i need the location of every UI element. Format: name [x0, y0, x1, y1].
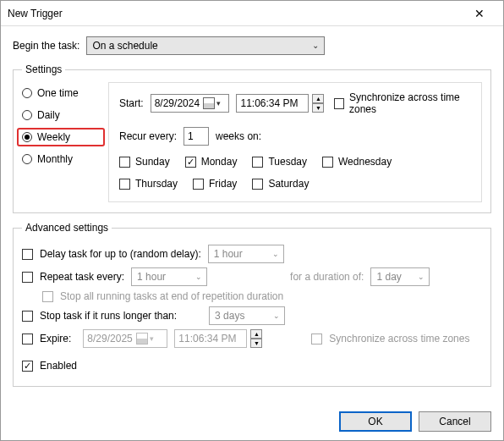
- advanced-legend: Advanced settings: [22, 222, 112, 234]
- ok-button[interactable]: OK: [339, 411, 412, 432]
- start-date-value: 8/29/2024: [155, 97, 200, 109]
- sync-timezones-checkbox[interactable]: [334, 98, 344, 109]
- expire-date-picker: 8/29/2025 ▾: [83, 329, 167, 348]
- expire-time-picker: 11:06:34 PM ▲ ▼: [174, 329, 262, 348]
- ok-label: OK: [368, 416, 382, 427]
- radio-label: Monthly: [37, 153, 73, 165]
- delay-combo[interactable]: 1 hour ⌄: [208, 245, 284, 263]
- repeat-checkbox[interactable]: [22, 272, 33, 283]
- stop-if-label: Stop task if it runs longer than:: [40, 310, 177, 322]
- stop-if-combo[interactable]: 3 days ⌄: [209, 306, 285, 325]
- repeat-value: 1 hour: [137, 271, 166, 283]
- time-spinner[interactable]: ▲ ▼: [312, 94, 324, 113]
- repeat-combo[interactable]: 1 hour ⌄: [131, 267, 207, 286]
- expire-time-value: 11:06:34 PM: [178, 333, 236, 345]
- day-sunday-checkbox[interactable]: [119, 157, 130, 168]
- expire-date-value: 8/29/2025: [87, 333, 132, 345]
- duration-combo: 1 day ⌄: [370, 267, 430, 286]
- start-time-picker[interactable]: 11:06:34 PM ▲ ▼: [236, 94, 324, 113]
- cancel-button[interactable]: Cancel: [419, 411, 491, 432]
- day-label: Sunday: [135, 156, 170, 168]
- day-friday-checkbox[interactable]: [193, 179, 204, 190]
- day-monday-checkbox[interactable]: [185, 157, 196, 168]
- sync2-label: Synchronize across time zones: [329, 333, 469, 345]
- radio-icon: [22, 154, 32, 164]
- enabled-checkbox[interactable]: [22, 361, 33, 372]
- stop-if-value: 3 days: [215, 310, 244, 322]
- chevron-down-icon: ⌄: [195, 273, 202, 281]
- close-button[interactable]: ✕: [463, 2, 496, 25]
- repeat-label: Repeat task every:: [40, 271, 124, 283]
- titlebar: New Trigger ✕: [1, 1, 503, 26]
- chevron-down-icon: ⌄: [312, 41, 319, 50]
- radio-label: Weekly: [37, 131, 70, 143]
- radio-icon: [22, 110, 32, 120]
- delay-checkbox[interactable]: [22, 249, 33, 260]
- radio-daily[interactable]: Daily: [22, 109, 100, 121]
- day-label: Tuesday: [268, 156, 307, 168]
- stop-repetition-label: Stop all running tasks at end of repetit…: [60, 290, 283, 302]
- recur-value: 1: [188, 130, 194, 142]
- window-title: New Trigger: [8, 8, 463, 19]
- delay-label: Delay task for up to (random delay):: [40, 248, 201, 260]
- advanced-fieldset: Advanced settings Delay task for up to (…: [13, 222, 491, 387]
- chevron-down-icon: ⌄: [272, 250, 279, 258]
- day-label: Saturday: [268, 178, 309, 190]
- settings-fieldset: Settings One time Daily Weekly Monthly: [13, 63, 491, 213]
- recur-label-pre: Recur every:: [119, 130, 177, 142]
- enabled-label: Enabled: [40, 360, 77, 372]
- duration-value: 1 day: [376, 271, 401, 283]
- begin-task-label: Begin the task:: [13, 40, 79, 52]
- stop-if-checkbox[interactable]: [22, 311, 33, 322]
- radio-label: Daily: [37, 109, 60, 121]
- schedule-panel: Start: 8/29/2024 ▾ 11:06:34 PM ▲ ▼: [108, 82, 482, 202]
- radio-icon: [22, 88, 32, 98]
- radio-one-time[interactable]: One time: [22, 87, 100, 99]
- chevron-down-icon: ⌄: [273, 311, 280, 320]
- start-label: Start:: [119, 97, 144, 109]
- chevron-down-icon: ⌄: [418, 273, 425, 281]
- start-date-picker[interactable]: 8/29/2024 ▾: [151, 94, 230, 113]
- time-spinner: ▲ ▼: [250, 329, 262, 348]
- radio-icon: [22, 132, 32, 142]
- day-label: Monday: [201, 156, 238, 168]
- recur-label-post: weeks on:: [216, 130, 261, 142]
- recur-input[interactable]: 1: [184, 127, 209, 146]
- expire-checkbox[interactable]: [22, 334, 33, 345]
- delay-value: 1 hour: [214, 248, 243, 260]
- day-tuesday-checkbox[interactable]: [252, 157, 263, 168]
- expire-label: Expire:: [40, 333, 71, 345]
- radio-weekly[interactable]: Weekly: [17, 128, 105, 146]
- sync2-checkbox: [311, 334, 322, 345]
- start-time-value: 11:06:34 PM: [240, 97, 298, 109]
- settings-legend: Settings: [22, 63, 65, 75]
- cancel-label: Cancel: [439, 416, 470, 427]
- day-wednesday-checkbox[interactable]: [322, 157, 333, 168]
- radio-label: One time: [37, 87, 79, 99]
- sync-timezones-label: Synchronize across time zones: [349, 91, 471, 115]
- calendar-icon: [203, 97, 215, 109]
- chevron-down-icon: ▼: [312, 103, 324, 113]
- day-label: Wednesday: [338, 156, 392, 168]
- day-saturday-checkbox[interactable]: [252, 179, 263, 190]
- radio-monthly[interactable]: Monthly: [22, 153, 100, 165]
- chevron-down-icon: ▼: [250, 339, 262, 348]
- duration-label: for a duration of:: [290, 271, 364, 283]
- chevron-down-icon: ▾: [216, 99, 221, 107]
- stop-repetition-checkbox: [42, 291, 53, 302]
- calendar-icon: [136, 333, 148, 345]
- begin-task-value: On a schedule: [92, 40, 157, 52]
- chevron-up-icon: ▲: [312, 94, 324, 103]
- begin-task-dropdown[interactable]: On a schedule ⌄: [86, 36, 325, 55]
- day-label: Friday: [209, 178, 237, 190]
- chevron-down-icon: ▾: [150, 334, 154, 343]
- day-label: Thursday: [135, 178, 178, 190]
- chevron-up-icon: ▲: [250, 329, 262, 339]
- day-thursday-checkbox[interactable]: [119, 179, 130, 190]
- close-icon: ✕: [474, 7, 485, 20]
